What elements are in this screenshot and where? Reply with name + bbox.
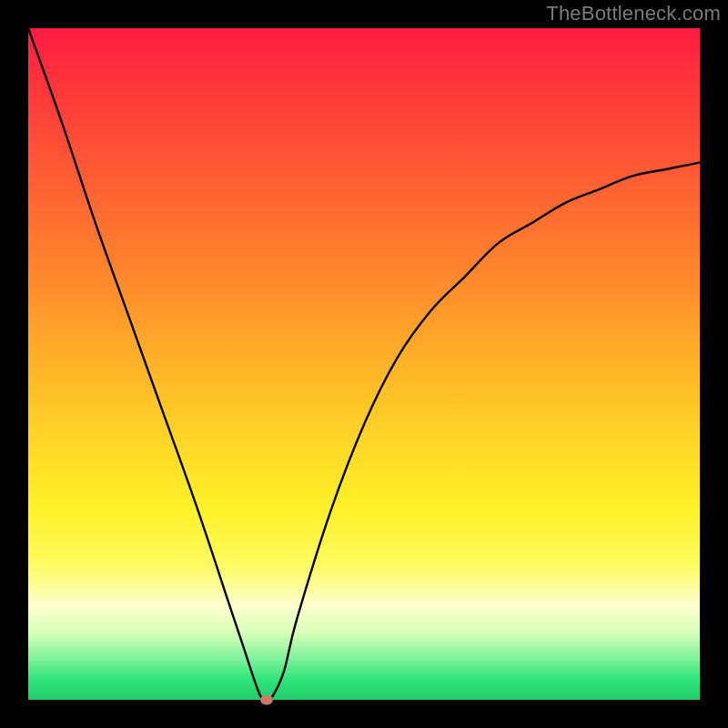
watermark-text: TheBottleneck.com — [546, 2, 721, 25]
plot-area — [28, 28, 700, 700]
optimal-point-marker — [260, 695, 273, 705]
bottleneck-curve — [28, 28, 700, 700]
chart-frame: TheBottleneck.com — [0, 0, 728, 728]
